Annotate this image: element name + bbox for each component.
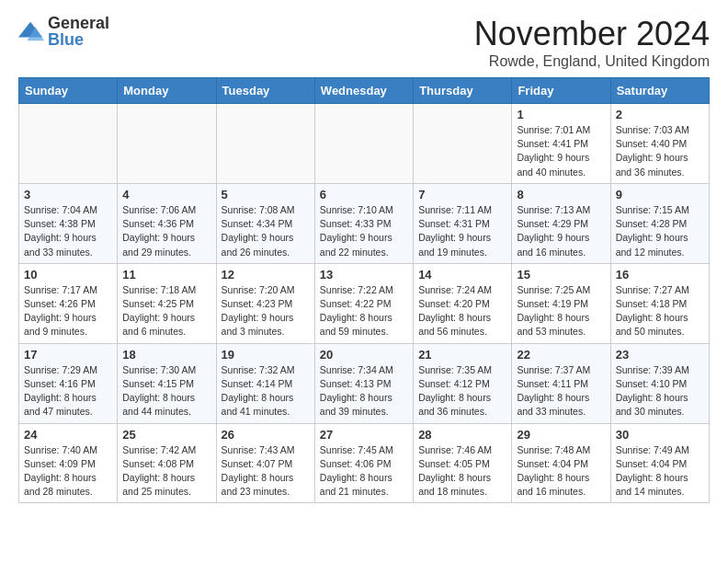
calendar-cell [314, 104, 413, 184]
calendar-cell: 17Sunrise: 7:29 AM Sunset: 4:16 PM Dayli… [19, 343, 118, 423]
day-number: 26 [222, 428, 310, 442]
calendar-week-row: 17Sunrise: 7:29 AM Sunset: 4:16 PM Dayli… [19, 343, 710, 423]
calendar-cell: 21Sunrise: 7:35 AM Sunset: 4:12 PM Dayli… [414, 343, 512, 423]
calendar-cell: 6Sunrise: 7:10 AM Sunset: 4:33 PM Daylig… [314, 183, 413, 263]
logo-text: General Blue [48, 15, 109, 48]
calendar-cell: 16Sunrise: 7:27 AM Sunset: 4:18 PM Dayli… [610, 263, 709, 343]
day-info: Sunrise: 7:18 AM Sunset: 4:25 PM Dayligh… [122, 283, 210, 339]
day-number: 9 [616, 188, 704, 201]
day-info: Sunrise: 7:24 AM Sunset: 4:20 PM Dayligh… [418, 283, 506, 339]
calendar-cell: 19Sunrise: 7:32 AM Sunset: 4:14 PM Dayli… [216, 343, 314, 423]
day-info: Sunrise: 7:06 AM Sunset: 4:36 PM Dayligh… [122, 203, 210, 259]
col-header-thursday: Thursday [414, 78, 512, 104]
page-header: General Blue November 2024 Rowde, Englan… [18, 15, 710, 70]
calendar-cell: 26Sunrise: 7:43 AM Sunset: 4:07 PM Dayli… [216, 423, 314, 503]
calendar-cell: 9Sunrise: 7:15 AM Sunset: 4:28 PM Daylig… [610, 183, 709, 263]
day-number: 21 [418, 348, 506, 362]
day-info: Sunrise: 7:37 AM Sunset: 4:11 PM Dayligh… [517, 363, 605, 419]
calendar-cell: 23Sunrise: 7:39 AM Sunset: 4:10 PM Dayli… [610, 343, 709, 423]
calendar-week-row: 1Sunrise: 7:01 AM Sunset: 4:41 PM Daylig… [19, 104, 710, 184]
day-info: Sunrise: 7:40 AM Sunset: 4:09 PM Dayligh… [24, 443, 112, 500]
day-info: Sunrise: 7:03 AM Sunset: 4:40 PM Dayligh… [616, 123, 704, 179]
calendar-cell: 15Sunrise: 7:25 AM Sunset: 4:19 PM Dayli… [512, 263, 610, 343]
calendar-cell: 13Sunrise: 7:22 AM Sunset: 4:22 PM Dayli… [314, 263, 413, 343]
day-number: 6 [320, 188, 408, 201]
day-info: Sunrise: 7:04 AM Sunset: 4:38 PM Dayligh… [24, 203, 112, 259]
calendar-cell [216, 104, 314, 184]
day-number: 3 [24, 188, 112, 201]
day-info: Sunrise: 7:29 AM Sunset: 4:16 PM Dayligh… [24, 363, 112, 419]
day-info: Sunrise: 7:35 AM Sunset: 4:12 PM Dayligh… [418, 363, 506, 419]
day-number: 4 [122, 188, 210, 201]
calendar-cell: 7Sunrise: 7:11 AM Sunset: 4:31 PM Daylig… [414, 183, 512, 263]
calendar-table: SundayMondayTuesdayWednesdayThursdayFrid… [18, 77, 710, 503]
day-info: Sunrise: 7:39 AM Sunset: 4:10 PM Dayligh… [616, 363, 704, 419]
calendar-cell: 14Sunrise: 7:24 AM Sunset: 4:20 PM Dayli… [414, 263, 512, 343]
day-number: 15 [517, 268, 605, 282]
day-info: Sunrise: 7:20 AM Sunset: 4:23 PM Dayligh… [222, 283, 310, 339]
day-number: 10 [24, 268, 112, 282]
day-number: 11 [122, 268, 210, 282]
day-info: Sunrise: 7:17 AM Sunset: 4:26 PM Dayligh… [24, 283, 112, 339]
day-info: Sunrise: 7:32 AM Sunset: 4:14 PM Dayligh… [222, 363, 310, 419]
day-info: Sunrise: 7:22 AM Sunset: 4:22 PM Dayligh… [320, 283, 408, 339]
day-number: 18 [122, 348, 210, 362]
location: Rowde, England, United Kingdom [474, 53, 710, 70]
day-number: 22 [517, 348, 605, 362]
day-number: 1 [517, 108, 605, 121]
day-info: Sunrise: 7:10 AM Sunset: 4:33 PM Dayligh… [320, 203, 408, 259]
calendar-week-row: 24Sunrise: 7:40 AM Sunset: 4:09 PM Dayli… [19, 423, 710, 503]
logo-blue: Blue [48, 31, 109, 48]
day-number: 23 [616, 348, 704, 362]
calendar-cell: 25Sunrise: 7:42 AM Sunset: 4:08 PM Dayli… [118, 423, 216, 503]
calendar-cell: 1Sunrise: 7:01 AM Sunset: 4:41 PM Daylig… [512, 104, 610, 184]
day-number: 8 [517, 188, 605, 201]
logo: General Blue [18, 15, 109, 48]
calendar-cell: 12Sunrise: 7:20 AM Sunset: 4:23 PM Dayli… [216, 263, 314, 343]
day-info: Sunrise: 7:08 AM Sunset: 4:34 PM Dayligh… [222, 203, 310, 259]
logo-icon [18, 18, 44, 44]
calendar-cell: 27Sunrise: 7:45 AM Sunset: 4:06 PM Dayli… [314, 423, 413, 503]
calendar-cell: 3Sunrise: 7:04 AM Sunset: 4:38 PM Daylig… [19, 183, 118, 263]
day-number: 14 [418, 268, 506, 282]
calendar-cell: 29Sunrise: 7:48 AM Sunset: 4:04 PM Dayli… [512, 423, 610, 503]
day-info: Sunrise: 7:42 AM Sunset: 4:08 PM Dayligh… [122, 443, 210, 500]
calendar-week-row: 3Sunrise: 7:04 AM Sunset: 4:38 PM Daylig… [19, 183, 710, 263]
day-number: 28 [418, 428, 506, 442]
day-info: Sunrise: 7:34 AM Sunset: 4:13 PM Dayligh… [320, 363, 408, 419]
day-info: Sunrise: 7:48 AM Sunset: 4:04 PM Dayligh… [517, 443, 605, 500]
calendar-cell: 2Sunrise: 7:03 AM Sunset: 4:40 PM Daylig… [610, 104, 709, 184]
day-number: 13 [320, 268, 408, 282]
day-number: 7 [418, 188, 506, 201]
day-info: Sunrise: 7:30 AM Sunset: 4:15 PM Dayligh… [122, 363, 210, 419]
calendar-cell: 28Sunrise: 7:46 AM Sunset: 4:05 PM Dayli… [414, 423, 512, 503]
day-number: 29 [517, 428, 605, 442]
title-block: November 2024 Rowde, England, United Kin… [474, 15, 710, 70]
day-number: 2 [616, 108, 704, 121]
calendar-cell: 10Sunrise: 7:17 AM Sunset: 4:26 PM Dayli… [19, 263, 118, 343]
col-header-friday: Friday [512, 78, 610, 104]
calendar-cell [118, 104, 216, 184]
col-header-saturday: Saturday [610, 78, 709, 104]
calendar-cell: 24Sunrise: 7:40 AM Sunset: 4:09 PM Dayli… [19, 423, 118, 503]
day-info: Sunrise: 7:25 AM Sunset: 4:19 PM Dayligh… [517, 283, 605, 339]
day-info: Sunrise: 7:11 AM Sunset: 4:31 PM Dayligh… [418, 203, 506, 259]
day-number: 16 [616, 268, 704, 282]
col-header-sunday: Sunday [19, 78, 118, 104]
col-header-tuesday: Tuesday [216, 78, 314, 104]
day-number: 17 [24, 348, 112, 362]
calendar-cell: 20Sunrise: 7:34 AM Sunset: 4:13 PM Dayli… [314, 343, 413, 423]
calendar-cell: 4Sunrise: 7:06 AM Sunset: 4:36 PM Daylig… [118, 183, 216, 263]
calendar-cell: 30Sunrise: 7:49 AM Sunset: 4:04 PM Dayli… [610, 423, 709, 503]
calendar-cell [414, 104, 512, 184]
month-title: November 2024 [474, 15, 710, 53]
day-number: 27 [320, 428, 408, 442]
day-number: 30 [616, 428, 704, 442]
day-number: 5 [222, 188, 310, 201]
day-info: Sunrise: 7:43 AM Sunset: 4:07 PM Dayligh… [222, 443, 310, 500]
day-info: Sunrise: 7:15 AM Sunset: 4:28 PM Dayligh… [616, 203, 704, 259]
logo-general: General [48, 15, 109, 31]
day-info: Sunrise: 7:45 AM Sunset: 4:06 PM Dayligh… [320, 443, 408, 500]
col-header-wednesday: Wednesday [314, 78, 413, 104]
calendar-cell: 8Sunrise: 7:13 AM Sunset: 4:29 PM Daylig… [512, 183, 610, 263]
